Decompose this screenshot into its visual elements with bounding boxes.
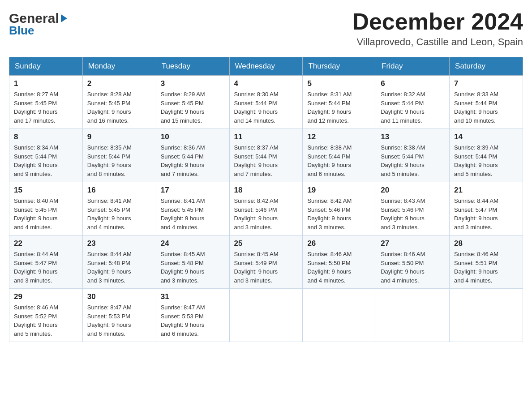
day-info: Sunrise: 8:28 AMSunset: 5:45 PMDaylight:…: [87, 90, 151, 125]
day-info: Sunrise: 8:34 AMSunset: 5:44 PMDaylight:…: [14, 143, 78, 178]
weekday-header-tuesday: Tuesday: [156, 57, 229, 76]
day-info: Sunrise: 8:38 AMSunset: 5:44 PMDaylight:…: [381, 143, 445, 178]
day-info: Sunrise: 8:39 AMSunset: 5:44 PMDaylight:…: [454, 143, 518, 178]
calendar-cell: 22Sunrise: 8:44 AMSunset: 5:47 PMDayligh…: [9, 235, 83, 289]
day-info: Sunrise: 8:41 AMSunset: 5:45 PMDaylight:…: [161, 197, 225, 231]
day-info: Sunrise: 8:27 AMSunset: 5:45 PMDaylight:…: [14, 90, 78, 125]
day-number: 18: [234, 186, 298, 195]
location-subtitle: Villaprovedo, Castille and Leon, Spain: [352, 36, 523, 48]
day-info: Sunrise: 8:47 AMSunset: 5:53 PMDaylight:…: [87, 303, 151, 338]
weekday-header-saturday: Saturday: [450, 57, 523, 76]
day-number: 11: [234, 133, 298, 141]
calendar-week-row: 8Sunrise: 8:34 AMSunset: 5:44 PMDaylight…: [9, 129, 523, 182]
calendar-cell: 17Sunrise: 8:41 AMSunset: 5:45 PMDayligh…: [156, 182, 229, 235]
day-info: Sunrise: 8:45 AMSunset: 5:49 PMDaylight:…: [234, 250, 298, 285]
day-info: Sunrise: 8:41 AMSunset: 5:45 PMDaylight:…: [87, 197, 151, 231]
weekday-header-monday: Monday: [82, 57, 156, 76]
day-info: Sunrise: 8:35 AMSunset: 5:44 PMDaylight:…: [87, 143, 151, 178]
calendar-week-row: 29Sunrise: 8:46 AMSunset: 5:52 PMDayligh…: [9, 289, 523, 342]
day-number: 2: [87, 79, 151, 88]
calendar-cell: [303, 289, 376, 342]
day-info: Sunrise: 8:46 AMSunset: 5:51 PMDaylight:…: [454, 250, 518, 285]
day-number: 16: [87, 186, 151, 195]
day-number: 21: [454, 186, 518, 195]
calendar-cell: 1Sunrise: 8:27 AMSunset: 5:45 PMDaylight…: [9, 76, 83, 129]
calendar-cell: 6Sunrise: 8:32 AMSunset: 5:44 PMDaylight…: [376, 76, 450, 129]
day-info: Sunrise: 8:47 AMSunset: 5:53 PMDaylight:…: [161, 303, 225, 338]
day-number: 5: [307, 79, 371, 88]
weekday-header-friday: Friday: [376, 57, 450, 76]
calendar-cell: 27Sunrise: 8:46 AMSunset: 5:50 PMDayligh…: [376, 235, 450, 289]
day-number: 27: [381, 239, 445, 248]
calendar-cell: 14Sunrise: 8:39 AMSunset: 5:44 PMDayligh…: [450, 129, 523, 182]
calendar-cell: 28Sunrise: 8:46 AMSunset: 5:51 PMDayligh…: [450, 235, 523, 289]
day-number: 17: [161, 186, 225, 195]
calendar-cell: 4Sunrise: 8:30 AMSunset: 5:44 PMDaylight…: [229, 76, 303, 129]
day-number: 20: [381, 186, 445, 195]
day-number: 4: [234, 79, 298, 88]
title-area: December 2024 Villaprovedo, Castille and…: [352, 9, 523, 48]
calendar-week-row: 15Sunrise: 8:40 AMSunset: 5:45 PMDayligh…: [9, 182, 523, 235]
day-info: Sunrise: 8:32 AMSunset: 5:44 PMDaylight:…: [381, 90, 445, 125]
calendar-week-row: 22Sunrise: 8:44 AMSunset: 5:47 PMDayligh…: [9, 235, 523, 289]
calendar-cell: 12Sunrise: 8:38 AMSunset: 5:44 PMDayligh…: [303, 129, 376, 182]
day-number: 3: [161, 79, 225, 88]
calendar-cell: 2Sunrise: 8:28 AMSunset: 5:45 PMDaylight…: [82, 76, 156, 129]
day-number: 14: [454, 133, 518, 141]
day-number: 26: [307, 239, 371, 248]
day-number: 30: [87, 292, 151, 301]
calendar-cell: [229, 289, 303, 342]
calendar-cell: 9Sunrise: 8:35 AMSunset: 5:44 PMDaylight…: [82, 129, 156, 182]
calendar-cell: 7Sunrise: 8:33 AMSunset: 5:44 PMDaylight…: [450, 76, 523, 129]
calendar-cell: 24Sunrise: 8:45 AMSunset: 5:48 PMDayligh…: [156, 235, 229, 289]
calendar-cell: 30Sunrise: 8:47 AMSunset: 5:53 PMDayligh…: [82, 289, 156, 342]
day-info: Sunrise: 8:44 AMSunset: 5:47 PMDaylight:…: [454, 197, 518, 231]
month-year-title: December 2024: [352, 9, 523, 34]
day-info: Sunrise: 8:37 AMSunset: 5:44 PMDaylight:…: [234, 143, 298, 178]
calendar-table: SundayMondayTuesdayWednesdayThursdayFrid…: [9, 57, 523, 342]
weekday-header-wednesday: Wednesday: [229, 57, 303, 76]
calendar-cell: 31Sunrise: 8:47 AMSunset: 5:53 PMDayligh…: [156, 289, 229, 342]
day-number: 25: [234, 239, 298, 248]
day-info: Sunrise: 8:46 AMSunset: 5:50 PMDaylight:…: [381, 250, 445, 285]
day-info: Sunrise: 8:46 AMSunset: 5:50 PMDaylight:…: [307, 250, 371, 285]
calendar-cell: 10Sunrise: 8:36 AMSunset: 5:44 PMDayligh…: [156, 129, 229, 182]
day-info: Sunrise: 8:42 AMSunset: 5:46 PMDaylight:…: [307, 197, 371, 231]
day-info: Sunrise: 8:44 AMSunset: 5:47 PMDaylight:…: [14, 250, 78, 285]
day-number: 15: [14, 186, 78, 195]
calendar-cell: 21Sunrise: 8:44 AMSunset: 5:47 PMDayligh…: [450, 182, 523, 235]
day-info: Sunrise: 8:31 AMSunset: 5:44 PMDaylight:…: [307, 90, 371, 125]
calendar-cell: [376, 289, 450, 342]
calendar-cell: 26Sunrise: 8:46 AMSunset: 5:50 PMDayligh…: [303, 235, 376, 289]
calendar-cell: 15Sunrise: 8:40 AMSunset: 5:45 PMDayligh…: [9, 182, 83, 235]
day-info: Sunrise: 8:40 AMSunset: 5:45 PMDaylight:…: [14, 197, 78, 231]
day-number: 29: [14, 292, 78, 301]
day-info: Sunrise: 8:45 AMSunset: 5:48 PMDaylight:…: [161, 250, 225, 285]
day-number: 1: [14, 79, 78, 88]
calendar-week-row: 1Sunrise: 8:27 AMSunset: 5:45 PMDaylight…: [9, 76, 523, 129]
calendar-cell: 3Sunrise: 8:29 AMSunset: 5:45 PMDaylight…: [156, 76, 229, 129]
day-number: 10: [161, 133, 225, 141]
calendar-cell: 16Sunrise: 8:41 AMSunset: 5:45 PMDayligh…: [82, 182, 156, 235]
day-number: 24: [161, 239, 225, 248]
day-info: Sunrise: 8:42 AMSunset: 5:46 PMDaylight:…: [234, 197, 298, 231]
calendar-cell: 5Sunrise: 8:31 AMSunset: 5:44 PMDaylight…: [303, 76, 376, 129]
header: General Blue December 2024 Villaprovedo,…: [9, 9, 523, 48]
calendar-cell: 20Sunrise: 8:43 AMSunset: 5:46 PMDayligh…: [376, 182, 450, 235]
day-number: 28: [454, 239, 518, 248]
calendar-cell: 18Sunrise: 8:42 AMSunset: 5:46 PMDayligh…: [229, 182, 303, 235]
calendar-cell: 25Sunrise: 8:45 AMSunset: 5:49 PMDayligh…: [229, 235, 303, 289]
weekday-header-sunday: Sunday: [9, 57, 83, 76]
calendar-header-row: SundayMondayTuesdayWednesdayThursdayFrid…: [9, 57, 523, 76]
day-number: 13: [381, 133, 445, 141]
calendar-cell: 13Sunrise: 8:38 AMSunset: 5:44 PMDayligh…: [376, 129, 450, 182]
day-info: Sunrise: 8:29 AMSunset: 5:45 PMDaylight:…: [161, 90, 225, 125]
calendar-cell: 8Sunrise: 8:34 AMSunset: 5:44 PMDaylight…: [9, 129, 83, 182]
calendar-cell: 19Sunrise: 8:42 AMSunset: 5:46 PMDayligh…: [303, 182, 376, 235]
day-info: Sunrise: 8:38 AMSunset: 5:44 PMDaylight:…: [307, 143, 371, 178]
logo-triangle-icon: [61, 14, 67, 22]
day-info: Sunrise: 8:30 AMSunset: 5:44 PMDaylight:…: [234, 90, 298, 125]
day-number: 6: [381, 79, 445, 88]
calendar-cell: [450, 289, 523, 342]
day-number: 8: [14, 133, 78, 141]
